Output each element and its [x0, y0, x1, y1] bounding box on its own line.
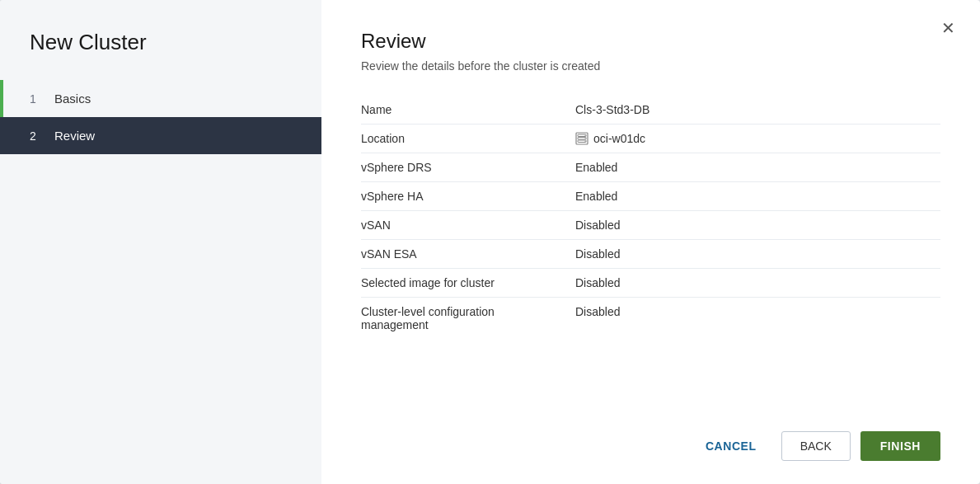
svg-point-6 [584, 141, 585, 142]
table-row: vSAN ESADisabled [361, 240, 940, 269]
step-indicator [0, 117, 3, 154]
field-label: vSphere HA [361, 182, 575, 211]
sidebar-step-basics[interactable]: 1Basics [0, 80, 321, 117]
table-row: Location oci-w01dc [361, 125, 940, 153]
field-value: Cls-3-Std3-DB [575, 96, 940, 125]
cancel-button[interactable]: CANCEL [691, 431, 771, 461]
panel-title: Review [361, 30, 940, 53]
step-number: 2 [30, 129, 45, 143]
dialog-title: New Cluster [0, 0, 321, 80]
field-label: vSAN [361, 211, 575, 240]
finish-button[interactable]: FINISH [860, 431, 940, 461]
close-button[interactable]: ✕ [936, 16, 960, 40]
review-table: NameCls-3-Std3-DBLocation oci-w01dcvSphe… [361, 96, 940, 339]
field-label: Cluster-level configuration management [361, 298, 575, 340]
field-value: Disabled [575, 269, 940, 298]
step-label: Review [54, 129, 95, 143]
field-value: Enabled [575, 182, 940, 211]
back-button[interactable]: BACK [781, 431, 851, 461]
table-row: Selected image for clusterDisabled [361, 269, 940, 298]
table-row: NameCls-3-Std3-DB [361, 96, 940, 125]
wizard-steps: 1Basics2Review [0, 80, 321, 154]
field-label: Selected image for cluster [361, 269, 575, 298]
panel-subtitle: Review the details before the cluster is… [361, 59, 940, 73]
datacenter-icon [575, 132, 588, 145]
field-label: Name [361, 96, 575, 125]
field-value: Disabled [575, 240, 940, 269]
field-value: Disabled [575, 211, 940, 240]
field-value: Enabled [575, 153, 940, 182]
table-row: Cluster-level configuration managementDi… [361, 298, 940, 340]
svg-point-5 [584, 138, 585, 139]
step-label: Basics [54, 92, 91, 106]
wizard-main-panel: ✕ Review Review the details before the c… [321, 0, 980, 484]
new-cluster-dialog: New Cluster 1Basics2Review ✕ Review Revi… [0, 0, 980, 484]
wizard-sidebar: New Cluster 1Basics2Review [0, 0, 321, 484]
table-row: vSANDisabled [361, 211, 940, 240]
field-label: vSphere DRS [361, 153, 575, 182]
step-number: 1 [30, 92, 45, 106]
field-value: oci-w01dc [575, 125, 940, 153]
field-label: vSAN ESA [361, 240, 575, 269]
table-row: vSphere DRSEnabled [361, 153, 940, 182]
field-value: Disabled [575, 298, 940, 340]
table-row: vSphere HAEnabled [361, 182, 940, 211]
sidebar-step-review[interactable]: 2Review [0, 117, 321, 154]
svg-point-4 [584, 135, 585, 136]
step-indicator [0, 80, 3, 117]
footer-buttons: CANCEL BACK FINISH [361, 415, 940, 461]
location-value: oci-w01dc [593, 132, 645, 145]
field-label: Location [361, 125, 575, 153]
